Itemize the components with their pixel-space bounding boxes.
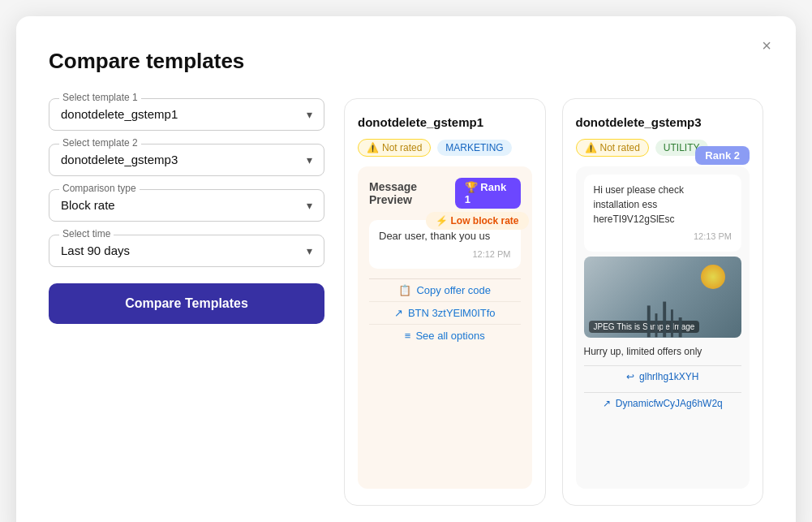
svg-rect-3 [670, 309, 672, 337]
card-1-title: donotdelete_gstemp1 [358, 115, 532, 129]
svg-rect-1 [655, 313, 657, 337]
silhouette-decoration [584, 297, 742, 338]
select-template-1-dropdown[interactable]: donotdelete_gstemp1 donotdelete_gstemp3 [61, 107, 312, 121]
link-icon: ↗ [394, 307, 403, 319]
select-template-2-field: Select template 2 donotdelete_gstemp1 do… [49, 144, 324, 176]
comparison-type-dropdown[interactable]: Block rate Open rate Click rate [61, 198, 312, 212]
card-2-action-2[interactable]: ↗ DynamicfwCyJAg6hW2q [584, 392, 742, 414]
comparison-type-field: Comparison type Block rate Open rate Cli… [49, 189, 324, 222]
btn-link-action[interactable]: ↗ BTN 3ztYElM0ITfo [369, 301, 521, 324]
card-2-rank-badge: Rank 2 [695, 146, 750, 165]
template-card-1: donotdelete_gstemp1 ⚠️ Not rated MARKETI… [344, 98, 546, 506]
card-2-action-2-label: DynamicfwCyJAg6hW2q [616, 398, 723, 409]
select-time-label: Select time [59, 228, 114, 239]
select-template-1-label: Select template 1 [59, 92, 141, 103]
select-time-field: Select time Last 30 days Last 60 days La… [49, 235, 324, 267]
compare-templates-modal: × Compare templates Select template 1 do… [16, 16, 796, 522]
svg-rect-0 [647, 305, 650, 337]
card-1-message-text: Dear user, thank you us [379, 230, 490, 242]
select-template-2-dropdown[interactable]: donotdelete_gstemp1 donotdelete_gstemp3 [61, 153, 312, 166]
card-1-not-rated-badge: ⚠️ Not rated [358, 139, 431, 157]
card-2-image: JPEG This is Sample Image [584, 257, 742, 338]
card-2-action-1-label: glhrlhg1kXYH [639, 371, 698, 382]
warning-icon-2: ⚠️ [585, 142, 597, 153]
card-2-message-bubble: Hi user please check installation ess he… [584, 175, 742, 252]
select-template-1-field: Select template 1 donotdelete_gstemp1 do… [49, 98, 324, 131]
svg-rect-4 [678, 317, 681, 337]
card-1-rank-badge: 🏆 Rank 1 [455, 178, 521, 209]
sun-decoration [701, 265, 725, 289]
copy-offer-code-action[interactable]: 📋 Copy offer code [369, 279, 521, 301]
low-block-rate-badge: ⚡ Low block rate [426, 212, 528, 230]
card-1-preview-label: Message Preview [369, 180, 455, 206]
see-all-options-action[interactable]: ≡ See all options [369, 324, 521, 347]
card-2-title: donotdelete_gstemp3 [576, 115, 750, 129]
left-panel: Select template 1 donotdelete_gstemp1 do… [49, 98, 324, 506]
card-1-preview-area: Message Preview 🏆 Rank 1 Dear user, than… [358, 166, 532, 489]
list-icon: ≡ [405, 330, 411, 342]
card-1-message-time: 12:12 PM [379, 248, 511, 261]
card-2-not-rated-badge: ⚠️ Not rated [576, 139, 649, 157]
btn-link-label: BTN 3ztYElM0ITfo [408, 307, 496, 319]
card-2-chat-panel: Hi user please check installation ess he… [576, 166, 750, 489]
warning-icon: ⚠️ [367, 142, 379, 153]
card-2-promo-text: Hurry up, limited offers only [584, 343, 742, 360]
copy-icon: 📋 [398, 284, 411, 296]
modal-title: Compare templates [49, 49, 763, 74]
card-2-message-text: Hi user please check installation ess he… [594, 184, 684, 225]
card-1-header: donotdelete_gstemp1 ⚠️ Not rated MARKETI… [358, 115, 532, 157]
compare-templates-button[interactable]: Compare Templates [49, 283, 324, 324]
modal-body: Select template 1 donotdelete_gstemp1 do… [49, 98, 763, 506]
select-time-dropdown[interactable]: Last 30 days Last 60 days Last 90 days [61, 244, 312, 257]
select-template-2-label: Select template 2 [59, 137, 141, 149]
template-card-2: donotdelete_gstemp3 ⚠️ Not rated UTILITY… [562, 98, 764, 506]
svg-rect-2 [663, 301, 666, 337]
card-2-message-time: 12:13 PM [594, 230, 733, 244]
card-2-not-rated-label: Not rated [600, 142, 640, 153]
reply-icon: ↩ [626, 371, 634, 382]
card-1-category-badge: MARKETING [437, 140, 511, 156]
card-1-not-rated-label: Not rated [382, 142, 422, 153]
card-2-action-1[interactable]: ↩ glhrlhg1kXYH [584, 365, 742, 387]
right-panel: donotdelete_gstemp1 ⚠️ Not rated MARKETI… [344, 98, 763, 506]
card-1-actions: 📋 Copy offer code ↗ BTN 3ztYElM0ITfo ≡ S… [369, 278, 521, 347]
comparison-type-label: Comparison type [59, 183, 140, 194]
copy-offer-code-label: Copy offer code [416, 284, 491, 296]
card-1-preview-header: Message Preview 🏆 Rank 1 [369, 178, 521, 209]
close-button[interactable]: × [754, 32, 780, 58]
see-all-options-label: See all options [415, 330, 484, 342]
link-icon-2: ↗ [603, 398, 611, 409]
